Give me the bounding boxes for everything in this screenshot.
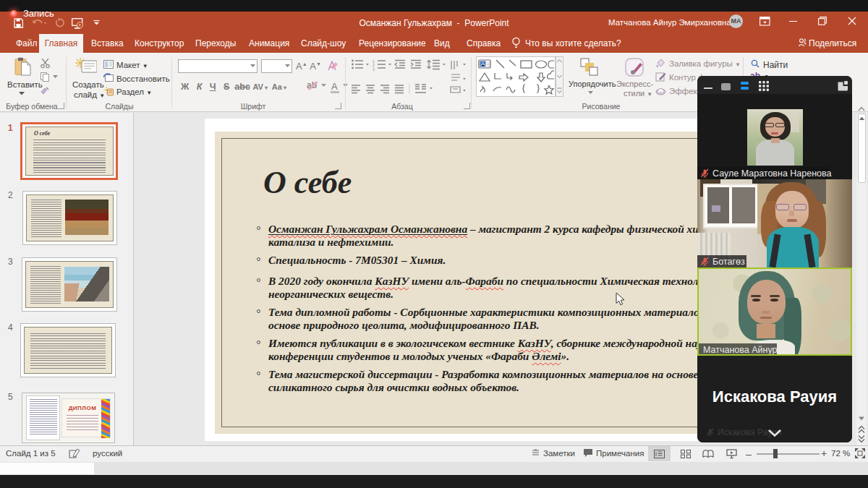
svg-text:3: 3 <box>373 67 375 72</box>
